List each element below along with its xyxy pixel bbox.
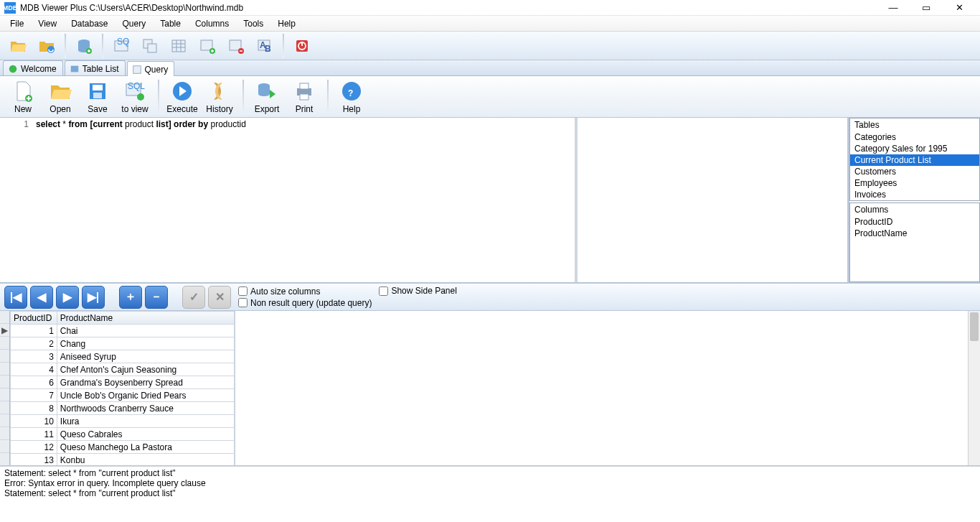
history-label: History	[206, 104, 232, 114]
menu-help[interactable]: Help	[272, 17, 301, 30]
table-row[interactable]: 6Grandma's Boysenberry Spread	[11, 376, 235, 389]
row-selector-gutter[interactable]: ▶	[0, 311, 10, 465]
toolbar-separator	[327, 80, 329, 114]
menu-columns[interactable]: Columns	[189, 17, 235, 30]
table-row[interactable]: 1Chai	[11, 325, 235, 337]
save-query-button[interactable]: Save	[79, 78, 116, 116]
table-item[interactable]: Category Sales for 1995	[850, 143, 979, 154]
options-column-1: Auto size columns Non result query (upda…	[238, 286, 372, 308]
results-grid-wrap: ▶ ProductIDProductName1Chai2Chang3Anisee…	[0, 311, 235, 465]
table-row[interactable]: 2Chang	[11, 337, 235, 350]
toolbar-separator	[242, 80, 244, 114]
commit-button[interactable]: ✓	[182, 286, 205, 309]
column-item[interactable]: ProductName	[850, 228, 979, 239]
svg-point-17	[9, 65, 17, 73]
nav-row: |◀ ◀ ▶ ▶| ＋ － ✓ ✕ Auto size columns Non …	[0, 284, 980, 311]
cancel-edit-button[interactable]: ✕	[208, 286, 231, 309]
tab-query-label: Query	[145, 65, 169, 75]
svg-rect-7	[172, 40, 185, 52]
table-rename-button[interactable]: AB	[251, 34, 278, 58]
table-item[interactable]: Current Product List	[850, 154, 979, 166]
power-button[interactable]	[288, 34, 316, 58]
non-result-checkbox[interactable]: Non result query (update query)	[238, 298, 372, 308]
execute-label: Execute	[166, 104, 197, 114]
svg-rect-23	[93, 93, 102, 98]
results-grid[interactable]: ProductIDProductName1Chai2Chang3Aniseed …	[10, 311, 235, 465]
editor-split-panel	[575, 118, 847, 282]
export-button[interactable]: Export	[248, 78, 286, 116]
tab-query[interactable]: Query	[127, 61, 175, 76]
table-add-button[interactable]	[194, 34, 221, 58]
first-record-button[interactable]: |◀	[4, 286, 27, 309]
log-line: Statement: select * from "current produc…	[4, 468, 976, 478]
results-scrollbar[interactable]	[968, 311, 980, 465]
help-button[interactable]: ?Help	[333, 78, 370, 116]
svg-rect-18	[71, 66, 79, 73]
table-row[interactable]: 11Queso Cabrales	[11, 428, 235, 441]
menu-table[interactable]: Table	[154, 17, 187, 30]
history-button[interactable]: History	[201, 78, 238, 116]
maximize-button[interactable]: ▭	[910, 2, 943, 13]
new-query-button[interactable]: New	[4, 78, 42, 116]
tabstrip: Welcome Table List Query	[0, 60, 980, 76]
toolbar-separator	[65, 34, 66, 58]
last-record-button[interactable]: ▶|	[82, 286, 105, 309]
show-side-checkbox[interactable]: Show Side Panel	[379, 286, 456, 296]
tab-welcome[interactable]: Welcome	[3, 60, 63, 75]
tables-list[interactable]: CategoriesCategory Sales for 1995Current…	[850, 131, 979, 200]
delete-record-button[interactable]: －	[145, 286, 168, 309]
table-item[interactable]: Categories	[850, 131, 979, 143]
svg-text:SQL: SQL	[117, 37, 130, 47]
table-row[interactable]: 3Aniseed Syrup	[11, 350, 235, 363]
table-row[interactable]: 4Chef Anton's Cajun Seasoning	[11, 363, 235, 376]
menu-tools[interactable]: Tools	[237, 17, 269, 30]
next-record-button[interactable]: ▶	[56, 286, 79, 309]
columns-list[interactable]: ProductIDProductName	[850, 216, 979, 281]
table-item[interactable]: Employees	[850, 177, 979, 189]
query-toolbar: New Open Save SQLto view Execute History…	[0, 76, 980, 118]
editor-area: 1 select * from [current product list] o…	[0, 118, 980, 284]
toview-label: to view	[121, 104, 148, 114]
table-grid-button[interactable]	[165, 34, 192, 58]
db-add-button[interactable]	[70, 34, 98, 58]
menu-query[interactable]: Query	[117, 17, 152, 30]
table-delete-button[interactable]	[222, 34, 250, 58]
table-row[interactable]: 7Uncle Bob's Organic Dried Pears	[11, 389, 235, 402]
open-query-button[interactable]: Open	[42, 78, 79, 116]
svg-text:?: ?	[348, 88, 353, 98]
print-button[interactable]: Print	[286, 78, 323, 116]
execute-button[interactable]: Execute	[164, 78, 201, 116]
menu-database[interactable]: Database	[65, 17, 113, 30]
refresh-folder-button[interactable]	[33, 34, 60, 58]
column-item[interactable]: ProductID	[850, 216, 979, 228]
table-row[interactable]: 12Queso Manchego La Pastora	[11, 441, 235, 454]
svg-rect-31	[300, 94, 308, 100]
table-item[interactable]: Customers	[850, 166, 979, 177]
close-button[interactable]: ✕	[943, 2, 976, 13]
table-item[interactable]: Invoices	[850, 189, 979, 200]
menu-view[interactable]: View	[32, 17, 62, 30]
svg-rect-22	[93, 85, 103, 90]
open-folder-button[interactable]	[4, 34, 32, 58]
log-line: Error: Syntax error in query. Incomplete…	[4, 478, 976, 488]
svg-text:B: B	[265, 44, 271, 54]
toview-button[interactable]: SQLto view	[116, 78, 154, 116]
column-header[interactable]: ProductName	[57, 312, 234, 325]
tab-tablelist[interactable]: Table List	[65, 60, 126, 75]
svg-rect-19	[133, 66, 141, 74]
svg-point-26	[137, 93, 144, 101]
add-record-button[interactable]: ＋	[119, 286, 142, 309]
auto-size-checkbox[interactable]: Auto size columns	[238, 286, 372, 297]
columns-head: Columns	[850, 203, 979, 216]
column-header[interactable]: ProductID	[11, 312, 57, 325]
sql-table-button[interactable]: SQL	[108, 34, 135, 58]
tables-button[interactable]	[136, 34, 164, 58]
table-row[interactable]: 8Northwoods Cranberry Sauce	[11, 402, 235, 415]
log-panel[interactable]: Statement: select * from "current produc…	[0, 466, 980, 506]
table-row[interactable]: 13Konbu	[11, 454, 235, 466]
menu-file[interactable]: File	[4, 17, 29, 30]
sql-editor[interactable]: select * from [current product list] ord…	[33, 118, 575, 282]
minimize-button[interactable]: —	[877, 2, 910, 13]
prev-record-button[interactable]: ◀	[30, 286, 53, 309]
table-row[interactable]: 10Ikura	[11, 415, 235, 428]
